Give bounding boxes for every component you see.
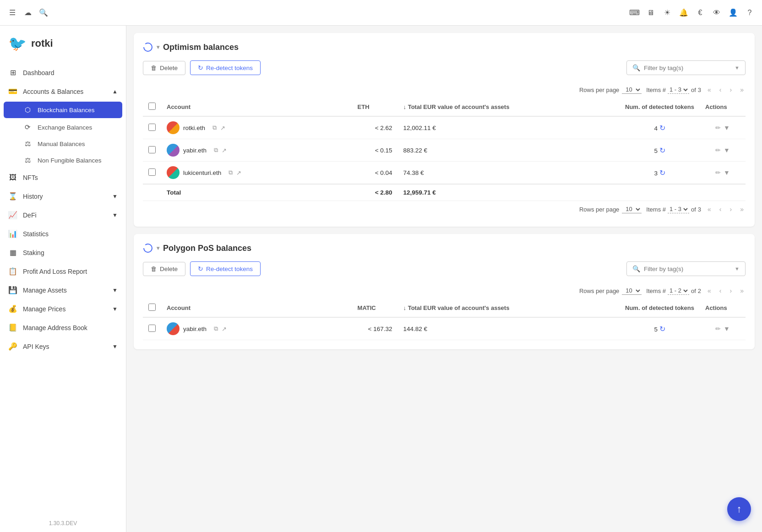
copy-button[interactable]: ⧉ [213,146,219,155]
edit-button[interactable]: ✏ [715,147,721,154]
copy-button[interactable]: ⧉ [213,324,219,333]
polygon-delete-button[interactable]: 🗑 Delete [143,262,185,276]
chevron-right-icon: ▼ [112,193,118,200]
filter-chevron-icon: ▼ [735,65,740,71]
trash-icon: 🗑 [151,65,157,71]
search-icon[interactable]: 🔍 [38,8,49,18]
currency-icon[interactable]: € [695,8,705,18]
user-icon[interactable]: 👤 [728,8,738,18]
edit-button[interactable]: ✏ [715,325,721,332]
external-link-button[interactable]: ↗ [219,123,226,132]
sidebar-item-manual-balances[interactable]: ⚖ Manual Balances [0,136,126,152]
bell-icon[interactable]: 🔔 [679,8,689,18]
optimism-filter-input[interactable] [644,65,731,71]
optimism-filter[interactable]: 🔍 ▼ [626,60,746,75]
row-actions: ✏ ▼ [705,124,740,131]
sidebar-item-nfts[interactable]: 🖼 NFTs [0,168,126,187]
optimism-title: ▾ Optimism balances [143,42,746,52]
items-range-select-bottom[interactable]: 1 - 3 [668,205,689,213]
refresh-tokens-button[interactable]: ↻ [659,325,665,333]
refresh-tokens-button[interactable]: ↻ [659,146,665,155]
optimism-redetect-button[interactable]: ↻ Re-detect tokens [190,60,261,75]
expand-button[interactable]: ▼ [724,124,730,131]
prev-page-button-bottom[interactable]: ‹ [718,205,724,214]
rows-per-page-select[interactable]: 10 25 50 [622,287,642,295]
polygon-filter-input[interactable] [644,266,731,272]
sidebar-item-dashboard[interactable]: ⊞ Dashboard [0,63,126,82]
brightness-icon[interactable]: ☀ [662,8,672,18]
sidebar-item-manage-address-book[interactable]: 📒 Manage Address Book [0,318,126,337]
next-page-button[interactable]: › [728,85,734,94]
eye-icon[interactable]: 👁 [712,8,722,18]
row-actions: ✏ ▼ [705,169,740,176]
code-icon[interactable]: ⌨ [629,8,639,18]
sidebar-item-api-keys[interactable]: 🔑 API Keys ▼ [0,337,126,356]
first-page-button-bottom[interactable]: « [706,205,713,214]
sidebar-item-exchange-balances[interactable]: ⟳ Exchange Balances [0,119,126,136]
scroll-to-top-button[interactable]: ↑ [727,497,751,521]
account-name: yabir.eth [183,147,207,154]
copy-button[interactable]: ⧉ [228,168,234,177]
row-checkbox[interactable] [148,146,156,153]
prev-page-button[interactable]: ‹ [718,85,724,94]
items-range-select[interactable]: 1 - 3 [668,86,689,94]
content-area: ▾ Optimism balances 🗑 Delete ↻ Re-detect… [126,26,762,532]
sidebar-item-defi[interactable]: 📈 DeFi ▼ [0,206,126,224]
refresh-tokens-button[interactable]: ↻ [659,124,665,132]
app-version: 1.30.3.DEV [0,515,126,532]
row-checkbox[interactable] [148,124,156,131]
items-range-select[interactable]: 1 - 2 [668,287,689,295]
sidebar-item-non-fungible-balances[interactable]: ⚖ Non Fungible Balances [0,152,126,168]
redetect-refresh-icon: ↻ [198,265,203,272]
sidebar-item-manage-assets[interactable]: 💾 Manage Assets ▼ [0,281,126,299]
last-page-button-bottom[interactable]: » [738,205,746,214]
last-page-button[interactable]: » [738,85,746,94]
rows-per-page-select[interactable]: 10 25 50 [622,86,642,94]
expand-button[interactable]: ▼ [724,147,730,154]
sidebar-item-accounts-balances[interactable]: 💳 Accounts & Balances ▲ [0,82,126,101]
polygon-filter[interactable]: 🔍 ▼ [626,261,746,276]
blockchain-icon: ⬡ [23,106,32,114]
topbar-left: ☰ ☁ 🔍 [7,8,49,18]
cloud-icon[interactable]: ☁ [23,8,33,18]
sidebar-item-staking[interactable]: ▦ Staking [0,243,126,262]
row-checkbox[interactable] [148,325,156,332]
sidebar-item-label: NFTs [23,174,38,181]
copy-button[interactable]: ⧉ [212,123,218,132]
sidebar-item-blockchain-balances[interactable]: ⬡ Blockchain Balances [4,102,122,118]
expand-button[interactable]: ▼ [724,169,730,176]
row-checkbox[interactable] [148,168,156,176]
sidebar-item-profit-loss[interactable]: 📋 Profit And Loss Report [0,262,126,281]
account-action-buttons: ⧉ ↗ [228,168,242,177]
first-page-button[interactable]: « [706,85,713,94]
prev-page-button[interactable]: ‹ [718,286,724,295]
last-page-button[interactable]: » [738,286,746,295]
token-count: 5 ↻ [620,139,700,162]
menu-icon[interactable]: ☰ [7,8,17,18]
external-link-button[interactable]: ↗ [221,146,228,155]
next-page-button[interactable]: › [728,286,734,295]
sidebar-item-label: History [23,193,43,200]
select-all-checkbox[interactable] [148,103,156,110]
polygon-redetect-button[interactable]: ↻ Re-detect tokens [190,261,261,276]
avatar [167,166,180,179]
desktop-icon[interactable]: 🖥 [646,8,656,18]
nonfungible-icon: ⚖ [23,156,32,164]
help-icon[interactable]: ? [745,8,755,18]
expand-button[interactable]: ▼ [724,325,730,332]
select-all-checkbox[interactable] [148,304,156,311]
items-range-bottom: Items # 1 - 3 of 3 [646,205,701,213]
external-link-button[interactable]: ↗ [235,168,242,177]
sidebar-item-manage-prices[interactable]: 💰 Manage Prices ▼ [0,299,126,318]
first-page-button[interactable]: « [706,286,713,295]
refresh-tokens-button[interactable]: ↻ [659,168,665,177]
edit-button[interactable]: ✏ [715,124,721,131]
sidebar-item-statistics[interactable]: 📊 Statistics [0,224,126,243]
external-link-button[interactable]: ↗ [221,324,228,333]
nfts-icon: 🖼 [8,174,17,182]
edit-button[interactable]: ✏ [715,169,721,176]
rows-per-page-select-bottom[interactable]: 10 25 50 [622,205,642,213]
next-page-button-bottom[interactable]: › [728,205,734,214]
optimism-delete-button[interactable]: 🗑 Delete [143,61,185,75]
sidebar-item-history[interactable]: ⌛ History ▼ [0,187,126,206]
